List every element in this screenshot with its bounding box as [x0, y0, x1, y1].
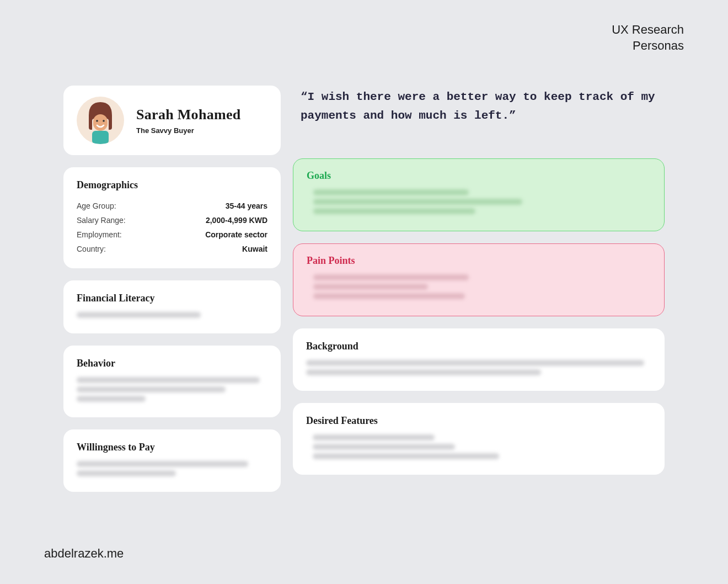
right-column: “I wish there were a better way to keep … — [293, 86, 665, 492]
persona-card: Sarah Mohamed The Savvy Buyer — [63, 86, 281, 155]
demo-row: Age Group: 35-44 years — [77, 199, 267, 213]
left-column: Sarah Mohamed The Savvy Buyer Demographi… — [63, 86, 281, 492]
demo-label: Age Group: — [77, 201, 116, 210]
blurred-content — [306, 360, 644, 366]
blurred-content — [77, 461, 248, 467]
blurred-content — [313, 284, 428, 290]
persona-name: Sarah Mohamed — [136, 107, 241, 123]
willingness-title: Willingness to Pay — [77, 442, 267, 453]
demo-row: Salary Range: 2,000-4,999 KWD — [77, 213, 267, 227]
goals-card: Goals — [293, 158, 665, 231]
desired-features-card: Desired Features — [293, 403, 665, 475]
blurred-content — [313, 453, 499, 459]
page-header: UX Research Personas — [612, 22, 684, 54]
demo-value: 2,000-4,999 KWD — [206, 216, 267, 225]
demographics-title: Demographics — [77, 179, 267, 191]
blurred-content — [313, 199, 522, 205]
svg-rect-3 — [92, 131, 109, 144]
blurred-content — [306, 369, 541, 375]
persona-info: Sarah Mohamed The Savvy Buyer — [136, 107, 241, 135]
blurred-content — [77, 396, 146, 402]
header-line-1: UX Research — [612, 22, 684, 38]
blurred-content — [313, 444, 455, 450]
blurred-content — [313, 434, 435, 440]
financial-literacy-title: Financial Literacy — [77, 293, 267, 304]
features-content — [306, 434, 651, 459]
background-card: Background — [293, 328, 665, 391]
main-container: Sarah Mohamed The Savvy Buyer Demographi… — [63, 86, 665, 492]
demo-row: Country: Kuwait — [77, 242, 267, 256]
blurred-content — [77, 386, 226, 392]
blurred-content — [313, 293, 465, 299]
footer-credit: abdelrazek.me — [44, 546, 124, 561]
demo-value: 35-44 years — [226, 201, 267, 210]
blurred-content — [77, 377, 260, 383]
persona-role: The Savvy Buyer — [136, 126, 241, 135]
goals-content — [307, 189, 651, 214]
blurred-content — [313, 208, 475, 214]
svg-point-1 — [96, 120, 98, 122]
blurred-content — [313, 189, 469, 195]
demo-label: Salary Range: — [77, 216, 126, 225]
demo-row: Employment: Corporate sector — [77, 227, 267, 242]
header-line-2: Personas — [612, 38, 684, 54]
pain-content — [307, 274, 651, 299]
demo-value: Kuwait — [242, 245, 267, 253]
persona-quote: “I wish there were a better way to keep … — [293, 86, 665, 146]
goals-title: Goals — [307, 170, 651, 182]
demographics-rows: Age Group: 35-44 years Salary Range: 2,0… — [77, 199, 267, 256]
pain-points-title: Pain Points — [307, 255, 651, 267]
demographics-card: Demographics Age Group: 35-44 years Sala… — [63, 167, 281, 268]
demo-label: Country: — [77, 245, 106, 253]
svg-point-2 — [103, 120, 105, 122]
blurred-content — [313, 274, 469, 280]
financial-literacy-card: Financial Literacy — [63, 280, 281, 333]
willingness-card: Willingness to Pay — [63, 429, 281, 492]
pain-points-card: Pain Points — [293, 243, 665, 316]
avatar-icon — [77, 97, 124, 144]
svg-rect-0 — [93, 114, 108, 131]
behavior-card: Behavior — [63, 346, 281, 417]
demo-label: Employment: — [77, 230, 122, 239]
desired-features-title: Desired Features — [306, 415, 651, 427]
blurred-content — [77, 470, 176, 476]
demo-value: Corporate sector — [205, 230, 267, 239]
avatar — [77, 97, 124, 144]
blurred-content — [77, 312, 201, 318]
behavior-title: Behavior — [77, 358, 267, 369]
background-title: Background — [306, 341, 651, 352]
